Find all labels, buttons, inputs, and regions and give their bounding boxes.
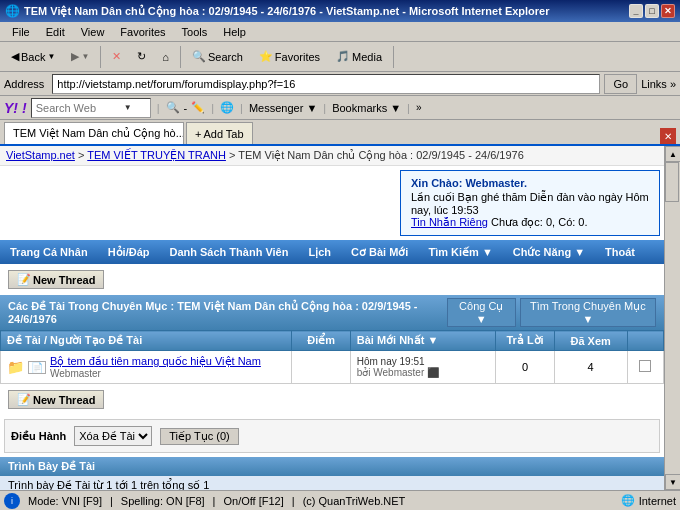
nav-chuc-nang[interactable]: Chức Năng ▼: [503, 240, 595, 264]
tab-0[interactable]: TEM Việt Nam Dân chủ Cộng hò... ✕: [4, 122, 184, 144]
title-bar: 🌐 TEM Việt Nam Dân chủ Cộng hòa : 02/9/1…: [0, 0, 680, 22]
globe-icon: 🌐: [220, 101, 234, 114]
yahoo-expand-icon[interactable]: »: [416, 102, 422, 113]
dieu-hanh-title: Điều Hành: [11, 430, 66, 443]
col-header-newest[interactable]: Bài Mới Nhất ▼: [350, 331, 496, 351]
address-bar: Address Go Links »: [0, 72, 680, 96]
breadcrumb-parent[interactable]: TEM VIẾT TRUYỆN TRANH: [87, 149, 226, 161]
menu-file[interactable]: File: [4, 24, 38, 40]
mode-icon: i: [4, 493, 20, 509]
menu-view[interactable]: View: [73, 24, 113, 40]
ie-close-icon[interactable]: ✕: [660, 128, 676, 144]
tab-bar: TEM Việt Nam Dân chủ Cộng hò... ✕ + Add …: [0, 120, 680, 146]
maximize-button[interactable]: □: [645, 4, 659, 18]
menu-favorites[interactable]: Favorites: [112, 24, 173, 40]
dieu-hanh-select[interactable]: Xóa Đề Tài: [74, 426, 152, 446]
dieu-hanh-section: Điều Hành Xóa Đề Tài Tiếp Tục (0): [4, 419, 660, 453]
back-arrow-icon: ▼: [47, 52, 55, 61]
media-button[interactable]: 🎵 Media: [329, 45, 389, 69]
search-web-box: ▼: [31, 98, 151, 118]
thread-author: Webmaster: [50, 368, 261, 379]
nav-hoi-dap[interactable]: Hỏi/Đáp: [98, 240, 160, 264]
thread-checkbox[interactable]: [639, 360, 651, 372]
scroll-down-button[interactable]: ▼: [665, 474, 680, 490]
ie-icon: 🌐: [5, 4, 20, 18]
back-button[interactable]: ◀ Back ▼: [4, 45, 62, 69]
trinh-bay-subtitle: Trình bày Đề Tài từ 1 tới 1 trên tổng số…: [0, 476, 664, 490]
add-icon: +: [195, 128, 201, 140]
thread-title-cell: 📁 📄 Bộ tem đầu tiên mang quốc hiệu Việt …: [1, 351, 292, 384]
thread-title-link[interactable]: Bộ tem đầu tiên mang quốc hiệu Việt Nam: [50, 355, 261, 367]
stop-icon: ✕: [112, 50, 121, 63]
new-thread-button-top[interactable]: 📝 New Thread: [8, 270, 104, 289]
nav-trang-ca-nhan[interactable]: Trang Cá Nhân: [0, 240, 98, 264]
col-header-title: Đề Tài / Người Tạo Đề Tài: [1, 331, 292, 351]
yahoo-pipe-4: |: [321, 102, 328, 114]
search-web-arrow-icon[interactable]: ▼: [122, 103, 134, 112]
bookmarks-button[interactable]: Bookmarks ▼: [332, 102, 401, 114]
breadcrumb-home[interactable]: VietStamp.net: [6, 149, 75, 161]
search-icon-2: 🔍: [166, 101, 180, 114]
yahoo-pipe-1: |: [155, 102, 162, 114]
home-button[interactable]: ⌂: [155, 45, 176, 69]
tiep-tuc-button[interactable]: Tiếp Tục (0): [160, 428, 238, 445]
welcome-container: Xin Chào: Webmaster. Lần cuối Bạn ghé th…: [0, 166, 664, 240]
welcome-box: Xin Chào: Webmaster. Lần cuối Bạn ghé th…: [400, 170, 660, 236]
nav-tim-kiem[interactable]: Tìm Kiếm ▼: [418, 240, 502, 264]
scroll-track[interactable]: [665, 162, 680, 474]
go-button[interactable]: Go: [604, 74, 637, 94]
address-label: Address: [4, 78, 48, 90]
thread-views-cell: 4: [554, 351, 627, 384]
close-button[interactable]: ✕: [661, 4, 675, 18]
search-web-input[interactable]: [32, 102, 122, 114]
tools-button[interactable]: Công Cụ ▼: [447, 298, 516, 327]
thread-date-cell: Hôm nay 19:51 bởi Webmaster ⬛: [350, 351, 496, 384]
nav-bar: Trang Cá Nhân Hỏi/Đáp Danh Sách Thành Vi…: [0, 240, 664, 264]
breadcrumb: VietStamp.net > TEM VIẾT TRUYỆN TRANH > …: [0, 146, 664, 166]
title-bar-controls[interactable]: _ □ ✕: [629, 4, 675, 18]
media-icon: 🎵: [336, 50, 350, 63]
welcome-links: Tin Nhắn Riêng Chưa đọc: 0, Có: 0.: [411, 216, 649, 229]
mode-text: Mode: VNI [F9]: [28, 495, 102, 507]
nav-danh-sach[interactable]: Danh Sách Thành Viên: [159, 240, 298, 264]
favorites-button[interactable]: ⭐ Favorites: [252, 45, 327, 69]
scrollbar-vertical[interactable]: ▲ ▼: [664, 146, 680, 490]
pencil-icon: ✏️: [191, 101, 205, 114]
toolbar-separator-1: [100, 46, 101, 68]
welcome-title: Xin Chào: Webmaster.: [411, 177, 649, 189]
refresh-button[interactable]: ↻: [130, 45, 153, 69]
scroll-up-button[interactable]: ▲: [665, 146, 680, 162]
toolbar-separator-3: [393, 46, 394, 68]
private-message-link[interactable]: Tin Nhắn Riêng: [411, 216, 488, 228]
address-input[interactable]: [52, 74, 600, 94]
status-sep-3: |: [292, 495, 295, 507]
menu-tools[interactable]: Tools: [174, 24, 216, 40]
favorites-icon: ⭐: [259, 50, 273, 63]
menu-help[interactable]: Help: [215, 24, 254, 40]
search-button[interactable]: 🔍 Search: [185, 45, 250, 69]
new-thread-button-bottom[interactable]: 📝 New Thread: [8, 390, 104, 409]
internet-zone: 🌐 Internet: [621, 494, 676, 507]
thread-type-icon: 📄: [28, 361, 46, 374]
add-tab-button[interactable]: + Add Tab: [186, 122, 253, 144]
yahoo-separator: !: [22, 100, 27, 116]
zone-text: Internet: [639, 495, 676, 507]
thread-check-cell: [627, 351, 663, 384]
nav-co-bai-moi[interactable]: Cơ Bài Mới: [341, 240, 418, 264]
nav-lich[interactable]: Lịch: [298, 240, 341, 264]
nav-thoat[interactable]: Thoát: [595, 240, 645, 264]
scroll-thumb[interactable]: [665, 162, 679, 202]
menu-edit[interactable]: Edit: [38, 24, 73, 40]
thread-score-cell: [292, 351, 350, 384]
search-section-button[interactable]: Tìm Trong Chuyên Mục ▼: [520, 298, 656, 327]
links-button[interactable]: Links »: [641, 78, 676, 90]
minimize-button[interactable]: _: [629, 4, 643, 18]
col-header-check: [627, 331, 663, 351]
col-header-score: Điểm: [292, 331, 350, 351]
col-header-replies[interactable]: Trả Lời: [496, 331, 554, 351]
messenger-button[interactable]: Messenger ▼: [249, 102, 317, 114]
stop-button[interactable]: ✕: [105, 45, 128, 69]
search-dash: -: [184, 102, 188, 114]
forward-button[interactable]: ▶ ▼: [64, 45, 96, 69]
new-thread-icon-bottom: 📝: [17, 393, 31, 406]
